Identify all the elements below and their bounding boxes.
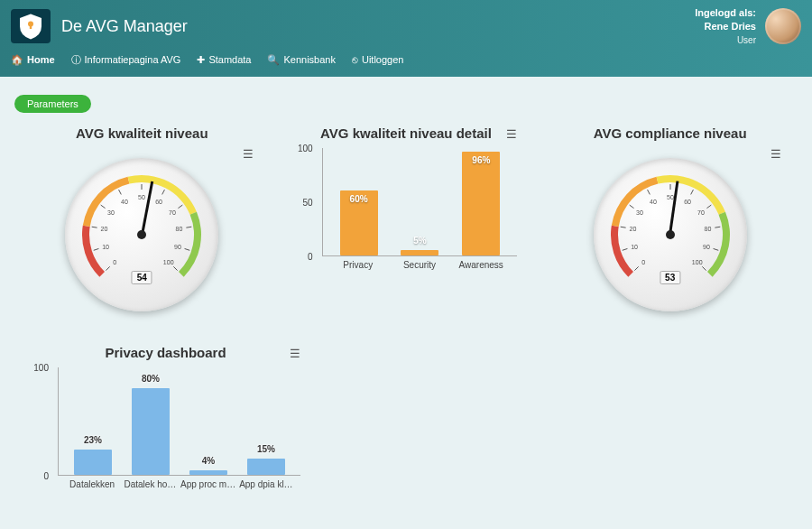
bar-value-label: 60%	[350, 194, 368, 204]
card-title-kwaliteit: AVG kwaliteit niveau	[22, 125, 263, 141]
menu-icon[interactable]: ☰	[243, 147, 254, 161]
plus-icon: ✚	[197, 54, 205, 66]
logout-icon: ⎋	[352, 54, 358, 65]
nav-info[interactable]: ⓘInformatiepagina AVG	[71, 53, 181, 67]
svg-line-6	[92, 227, 97, 227]
info-icon: ⓘ	[71, 53, 81, 67]
bar-chart-detail: 05010060%5%96%PrivacySecurityAwareness	[286, 144, 527, 289]
svg-rect-1	[30, 24, 32, 29]
user-name: Rene Dries	[705, 21, 756, 32]
svg-line-28	[620, 227, 625, 227]
card-title-detail: AVG kwaliteit niveau detail	[286, 125, 527, 141]
bar: 4%	[189, 470, 227, 475]
svg-line-26	[622, 248, 627, 250]
svg-line-2	[106, 266, 110, 270]
gauge-value-compliance: 53	[660, 271, 680, 284]
user-role: User	[695, 34, 756, 46]
svg-line-38	[706, 205, 711, 209]
svg-text:90: 90	[174, 244, 181, 250]
user-block: Ingelogd als: Rene Dries User	[695, 6, 801, 46]
svg-line-20	[185, 248, 190, 250]
card-privacy-chart: Privacy dashboard ☰ 010023%80%4%15%Datal…	[14, 341, 317, 515]
svg-text:70: 70	[169, 209, 176, 216]
category-label: App proc m…	[180, 476, 237, 489]
svg-line-40	[715, 227, 720, 227]
svg-line-14	[162, 190, 165, 194]
svg-text:100: 100	[163, 259, 174, 265]
parameters-button[interactable]: Parameters	[14, 95, 91, 113]
svg-text:60: 60	[684, 199, 691, 205]
search-icon: 🔍	[267, 54, 280, 66]
brand: De AVG Manager	[11, 9, 188, 43]
bar-value-label: 5%	[413, 236, 426, 246]
gauge-value-kwaliteit: 54	[132, 271, 152, 284]
svg-text:0: 0	[641, 259, 645, 265]
svg-text:90: 90	[703, 244, 710, 250]
svg-text:30: 30	[636, 209, 643, 216]
menu-icon[interactable]: ☰	[770, 147, 781, 161]
gauge-compliance: 0102030405060708090100 53	[594, 158, 747, 311]
bar-chart-privacy: 010023%80%4%15%DatalekkenDatalek ho…App …	[22, 364, 309, 508]
svg-line-10	[119, 190, 122, 194]
svg-text:80: 80	[704, 226, 711, 232]
svg-line-44	[702, 266, 706, 270]
card-kwaliteit-gauge: AVG kwaliteit niveau ☰ 01020304050607080…	[14, 122, 270, 332]
svg-text:10: 10	[631, 244, 638, 250]
card-detail-chart: AVG kwaliteit niveau detail ☰ 05010060%5…	[279, 122, 534, 332]
svg-text:60: 60	[155, 199, 162, 205]
category-label: Privacy	[329, 256, 387, 270]
bar-value-label: 96%	[472, 155, 490, 165]
svg-text:20: 20	[101, 226, 108, 232]
category-label: App dpia kl…	[237, 476, 295, 489]
card-title-privacy: Privacy dashboard	[22, 345, 309, 360]
svg-line-8	[101, 205, 106, 209]
app-title: De AVG Manager	[61, 17, 188, 36]
svg-line-42	[713, 248, 718, 250]
category-label: Awareness	[452, 256, 510, 270]
menu-icon[interactable]: ☰	[506, 127, 517, 141]
svg-text:0: 0	[114, 259, 117, 265]
bar-value-label: 23%	[84, 435, 102, 445]
nav-uitloggen[interactable]: ⎋Uitloggen	[352, 54, 403, 65]
svg-line-18	[187, 227, 192, 227]
svg-line-24	[634, 266, 638, 270]
svg-text:40: 40	[650, 199, 657, 205]
bar: 60%	[340, 190, 378, 255]
bar-value-label: 4%	[202, 456, 215, 466]
menu-icon[interactable]: ☰	[290, 347, 300, 360]
svg-text:30: 30	[107, 209, 115, 216]
svg-line-4	[94, 248, 99, 250]
top-nav: 🏠Home ⓘInformatiepagina AVG ✚Stamdata 🔍K…	[11, 45, 801, 74]
app-header: De AVG Manager Ingelogd als: Rene Dries …	[0, 0, 812, 77]
category-label: Security	[391, 256, 448, 270]
nav-kennisbank[interactable]: 🔍Kennisbank	[267, 54, 336, 66]
svg-text:100: 100	[692, 259, 703, 265]
home-icon: 🏠	[11, 54, 23, 66]
bar-value-label: 15%	[257, 444, 275, 454]
category-label: Datalek ho…	[121, 476, 179, 489]
svg-text:40: 40	[121, 199, 128, 205]
card-title-compliance: AVG compliance niveau	[549, 125, 790, 141]
app-logo	[11, 9, 51, 43]
svg-line-30	[629, 205, 633, 209]
svg-text:80: 80	[176, 226, 183, 232]
svg-line-22	[174, 266, 178, 270]
svg-text:70: 70	[697, 209, 705, 216]
card-compliance-gauge: AVG compliance niveau ☰ 0102030405060708…	[542, 122, 798, 332]
bar: 80%	[132, 388, 170, 475]
svg-text:50: 50	[138, 194, 145, 200]
shield-icon	[17, 13, 44, 40]
bar: 23%	[74, 450, 112, 475]
logged-in-label: Ingelogd als:	[695, 7, 756, 18]
nav-stamdata[interactable]: ✚Stamdata	[197, 54, 251, 66]
svg-line-36	[690, 190, 693, 194]
bar: 96%	[462, 152, 500, 255]
bar: 5%	[401, 250, 438, 255]
category-label: Datalekken	[63, 476, 121, 489]
avatar[interactable]	[765, 8, 801, 44]
svg-line-32	[647, 190, 650, 194]
gauge-kwaliteit: 0102030405060708090100 54	[65, 158, 218, 311]
svg-text:10: 10	[102, 244, 109, 250]
nav-home[interactable]: 🏠Home	[11, 54, 55, 66]
dashboard-content: Parameters AVG kwaliteit niveau ☰ 010203…	[0, 77, 812, 529]
